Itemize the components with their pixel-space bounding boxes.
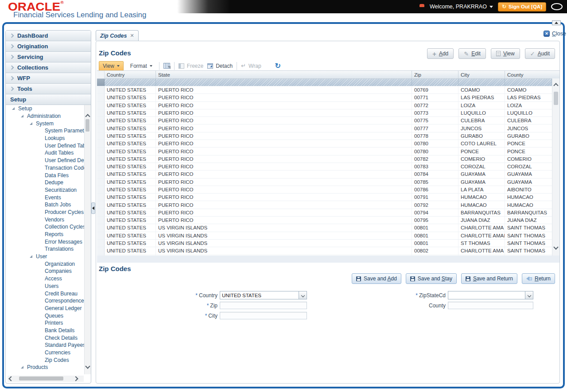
dropdown-button[interactable] (525, 291, 533, 299)
row-selector[interactable] (97, 247, 105, 254)
column-header-zip[interactable]: Zip (412, 71, 458, 78)
session-indicator-icon[interactable] (551, 3, 563, 10)
tree-item-vendors[interactable]: Vendors (6, 216, 85, 223)
sidebar-item-tools[interactable]: Tools (6, 84, 91, 94)
scroll-down-icon[interactable] (85, 364, 90, 369)
sidebar-item-servicing[interactable]: Servicing (6, 52, 91, 62)
tree-item-standard-payees[interactable]: Standard Payees (6, 342, 85, 349)
query-by-example-button[interactable] (163, 63, 170, 69)
table-scrollbar-thumb[interactable] (554, 92, 558, 105)
row-selector[interactable] (97, 163, 105, 170)
tree-item-collection-cycles[interactable]: Collection Cycles (6, 223, 85, 231)
table-row[interactable]: UNITED STATESPUERTO RICO00791HUMACAOHUMA… (97, 194, 559, 201)
scroll-down-icon[interactable] (553, 245, 559, 250)
tree-item-batch-jobs[interactable]: Batch Jobs (6, 201, 85, 209)
tree-item-securitization[interactable]: Securitization (6, 186, 85, 194)
tree-item-events[interactable]: Events (6, 194, 85, 201)
table-row[interactable]: UNITED STATESPUERTO RICO00778GURABOGURAB… (97, 132, 559, 140)
tree-item-error-messages[interactable]: Error Messages (6, 238, 85, 245)
tree-item-organization[interactable]: Organization (6, 260, 85, 268)
tree-item-bank-details[interactable]: Bank Details (6, 327, 85, 334)
row-selector[interactable] (97, 124, 105, 132)
row-selector[interactable] (97, 186, 105, 193)
row-selector[interactable] (97, 179, 105, 186)
table-row[interactable]: UNITED STATESPUERTO RICO00792HUMACAOHUMA… (97, 201, 559, 209)
table-vertical-scrollbar[interactable] (552, 78, 559, 256)
scroll-up-icon[interactable] (85, 114, 90, 119)
tree-item-dedupe[interactable]: Dedupe (6, 179, 85, 186)
row-selector[interactable] (97, 140, 105, 147)
table-row[interactable]: UNITED STATESPUERTO RICO00771LAS PIEDRAS… (97, 94, 559, 101)
country-select[interactable]: UNITED STATES (220, 291, 307, 299)
table-row[interactable]: UNITED STATESPUERTO RICO00786LA PLATAAIB… (97, 186, 559, 194)
tree-item-user-defined-default[interactable]: User Defined Default (6, 157, 85, 164)
tree-item-check-details[interactable]: Check Details (6, 334, 85, 342)
tree-item-general-ledger[interactable]: General Ledger (6, 305, 85, 312)
tab-zip-codes[interactable]: Zip Codes ✕ (96, 30, 139, 41)
tree-item-audit-tables[interactable]: Audit Tables (6, 149, 85, 157)
tree-item-currencies[interactable]: Currencies (6, 349, 85, 357)
tree-scrollbar-thumb[interactable] (85, 119, 89, 132)
sidebar-item-collections[interactable]: Collections (6, 62, 91, 73)
table-row[interactable]: UNITED STATESPUERTO RICO00772LOIZALOIZA (97, 102, 559, 109)
expanded-node-icon[interactable] (21, 115, 23, 117)
tree-vertical-scrollbar[interactable] (84, 105, 91, 374)
row-selector[interactable] (97, 147, 105, 155)
tree-item-companies[interactable]: Companies (6, 268, 85, 275)
tree-item-products[interactable]: Products (6, 364, 85, 371)
table-row[interactable]: UNITED STATESUS VIRGIN ISLANDS00801CHARL… (97, 224, 559, 232)
zip-field[interactable] (220, 302, 307, 309)
return-button[interactable]: Return (522, 273, 555, 284)
column-header-county[interactable]: County (505, 71, 552, 78)
sidebar-splitter-handle[interactable] (91, 202, 95, 214)
row-selector[interactable] (97, 94, 105, 101)
freeze-button[interactable]: Freeze (179, 63, 203, 69)
table-row[interactable]: UNITED STATESPUERTO RICO00783COROZALCORO… (97, 163, 559, 171)
table-row[interactable]: UNITED STATESPUERTO RICO00780COTO LAUREL… (97, 140, 559, 147)
scroll-left-icon[interactable] (8, 376, 14, 381)
save-and-stay-button[interactable]: Save and Stay (406, 273, 457, 284)
tree-item-printers[interactable]: Printers (6, 319, 85, 327)
expanded-node-icon[interactable] (21, 366, 23, 369)
column-header-state[interactable]: State (156, 71, 412, 78)
tree-item-credit-bureau[interactable]: Credit Bureau (6, 290, 85, 297)
table-row[interactable]: UNITED STATESPUERTO RICO00775CULEBRACULE… (97, 117, 559, 124)
tree-item-administration[interactable]: Administration (6, 113, 85, 120)
sidebar-item-origination[interactable]: Origination (6, 41, 91, 52)
row-selector[interactable] (97, 209, 105, 216)
save-and-return-button[interactable]: Save and Return (461, 273, 517, 284)
tab-close-icon[interactable]: ✕ (130, 33, 134, 38)
row-selector[interactable] (97, 155, 105, 163)
scroll-right-icon[interactable] (73, 376, 78, 381)
row-selector[interactable] (97, 79, 105, 86)
tree-item-correspondence[interactable]: Correspondence (6, 297, 85, 305)
table-row[interactable]: UNITED STATESPUERTO RICO00785GUAYAMAGUAY… (97, 179, 559, 186)
format-menu-button[interactable]: Format (128, 62, 155, 70)
table-row[interactable]: UNITED STATESPUERTO RICO00782COMERIOCOME… (97, 155, 559, 163)
table-row[interactable]: UNITED STATESPUERTO RICO00795JUANA DIAZJ… (97, 217, 559, 224)
table-row[interactable]: UNITED STATESPUERTO RICO00769COAMOCOAMO (97, 86, 559, 94)
save-and-add-button[interactable]: Save and Add (352, 273, 401, 284)
row-selector[interactable] (97, 171, 105, 178)
table-row[interactable]: UNITED STATESUS VIRGIN ISLANDS00802CHARL… (97, 247, 559, 255)
zipstatecd-select[interactable] (448, 291, 533, 299)
tree-item-reports[interactable]: Reports (6, 231, 85, 238)
dropdown-button[interactable] (299, 291, 307, 299)
row-selector[interactable] (97, 224, 105, 231)
wrap-button[interactable]: ↵ Wrap (241, 62, 261, 69)
row-selector[interactable] (97, 232, 105, 239)
tree-item-data-files[interactable]: Data Files (6, 171, 85, 179)
add-button[interactable]: + Add (427, 48, 454, 59)
close-button[interactable]: ✕ Close (544, 31, 566, 37)
view-menu-button[interactable]: View (99, 61, 124, 71)
welcome-menu[interactable]: Welcome, PRAKRRAO (430, 4, 493, 10)
collapse-top-handle[interactable] (552, 20, 561, 25)
row-selector[interactable] (97, 217, 105, 224)
tree-item-lookups[interactable]: Lookups (6, 135, 85, 142)
tree-item-users[interactable]: Users (6, 283, 85, 290)
table-row[interactable]: UNITED STATESPUERTO RICO00780PONCEPONCE (97, 147, 559, 155)
sidebar-item-dashboard[interactable]: DashBoard (6, 31, 91, 41)
sign-out-button[interactable]: ↻ Sign Out [QA] (498, 2, 546, 12)
expanded-node-icon[interactable] (12, 107, 15, 110)
table-row[interactable]: UNITED STATESPUERTO RICO00773LUQUILLOLUQ… (97, 109, 559, 117)
